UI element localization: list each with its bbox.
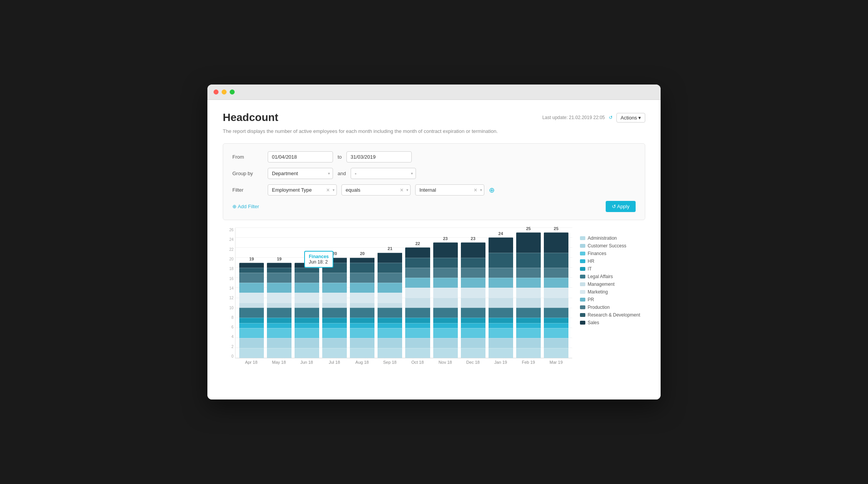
bar-segment xyxy=(544,348,568,358)
bar-segment xyxy=(461,338,485,348)
filter-label: Filter xyxy=(232,187,263,193)
bar-segment xyxy=(295,348,319,358)
bar-segment xyxy=(295,308,319,318)
bar-segment xyxy=(350,323,374,328)
legend-item: Administration xyxy=(580,235,645,241)
bar-segment xyxy=(322,308,347,318)
legend-color-box xyxy=(580,267,585,271)
legend-color-box xyxy=(580,282,585,286)
legend-item: Legal Affairs xyxy=(580,274,645,279)
x-label: Dec 18 xyxy=(461,360,485,365)
filter-field-clear[interactable]: ✕ xyxy=(326,187,330,193)
bar-segment xyxy=(295,303,319,308)
bar-segment xyxy=(378,303,402,308)
legend-color-box xyxy=(580,305,585,309)
bar-segment xyxy=(239,273,264,283)
bar-segment xyxy=(350,318,374,323)
bar-segment xyxy=(295,263,319,268)
group-by-label: Group by xyxy=(232,171,263,176)
y-label-0: 0 xyxy=(223,354,234,358)
bar-segment xyxy=(516,278,541,288)
bar-segment xyxy=(239,268,264,273)
bar-segment xyxy=(433,323,458,328)
bar-group: 19 xyxy=(239,257,264,358)
refresh-icon[interactable]: ↺ xyxy=(609,115,613,120)
bar-segment xyxy=(433,278,458,288)
bar-segment xyxy=(378,283,402,293)
bar-segment xyxy=(322,323,347,328)
bar-total-label: 22 xyxy=(415,241,420,246)
main-window: Headcount Last update: 21.02.2019 22:05 … xyxy=(207,85,661,399)
add-filter-button[interactable]: ⊕ Add Filter xyxy=(232,204,259,209)
legend-item: Production xyxy=(580,305,645,310)
bar-segment xyxy=(433,242,458,257)
bar-group: 23 xyxy=(461,236,485,358)
bar-segment xyxy=(267,283,292,293)
bar-segment xyxy=(295,318,319,323)
y-label-26: 26 xyxy=(223,228,234,232)
bar-segment xyxy=(267,293,292,303)
minimize-icon[interactable] xyxy=(222,90,227,94)
bar-segment xyxy=(378,308,402,318)
bar-segment xyxy=(239,308,264,318)
maximize-icon[interactable] xyxy=(230,90,235,94)
bar-segment xyxy=(433,258,458,268)
legend-label: Administration xyxy=(588,235,617,241)
legend-label: HR xyxy=(588,259,594,264)
filter-value-clear[interactable]: ✕ xyxy=(474,187,477,193)
bar-segment xyxy=(405,348,430,358)
bar-group: 24 xyxy=(489,231,513,358)
bar-segment xyxy=(405,278,430,288)
bar-segment xyxy=(350,338,374,348)
bar-segment xyxy=(267,303,292,308)
bar-segment xyxy=(239,338,264,348)
bar-segment xyxy=(489,338,513,348)
bar-total-label: 19 xyxy=(249,257,254,261)
legend-color-box xyxy=(580,298,585,302)
to-date-input[interactable] xyxy=(346,151,412,162)
bar-segment xyxy=(239,263,264,268)
bar-segment xyxy=(461,268,485,278)
legend-label: Marketing xyxy=(588,289,608,295)
bar-segment xyxy=(295,273,319,283)
filter-op-clear[interactable]: ✕ xyxy=(400,187,404,193)
bar-segment xyxy=(295,323,319,328)
bar-segment xyxy=(544,318,568,323)
close-icon[interactable] xyxy=(214,90,219,94)
apply-button[interactable]: ↺ Apply xyxy=(606,201,636,212)
y-label-22: 22 xyxy=(223,247,234,252)
legend-item: Research & Development xyxy=(580,312,645,318)
x-label: Feb 19 xyxy=(516,360,541,365)
bar-segment xyxy=(544,278,568,288)
bar-segment xyxy=(239,293,264,303)
bar-segment xyxy=(322,348,347,358)
add-filter-icon[interactable]: ⊕ xyxy=(489,186,495,194)
from-date-input[interactable] xyxy=(268,151,333,162)
actions-button[interactable]: Actions ▾ xyxy=(616,113,645,123)
bar-segment xyxy=(239,328,264,338)
legend-item: PR xyxy=(580,297,645,302)
bar-group: 23 xyxy=(433,236,458,358)
bar-segment xyxy=(267,318,292,323)
bar-segment xyxy=(489,268,513,278)
bar-segment xyxy=(405,338,430,348)
apply-area: ⊕ Add Filter ↺ Apply xyxy=(232,201,636,212)
legend-item: HR xyxy=(580,259,645,264)
bar-segment xyxy=(489,278,513,288)
bar-segment xyxy=(378,318,402,323)
bar-segment xyxy=(295,283,319,293)
legend-item: Sales xyxy=(580,320,645,325)
and-select[interactable]: - xyxy=(351,168,416,179)
legend-color-box xyxy=(580,313,585,317)
legend-item: Finances xyxy=(580,251,645,256)
bar-segment xyxy=(378,253,402,263)
filter-form: From to Group by Department and - xyxy=(223,143,645,220)
bar-segment xyxy=(322,338,347,348)
group-by-select[interactable]: Department xyxy=(268,168,333,179)
y-label-16: 16 xyxy=(223,277,234,281)
bar-segment xyxy=(516,328,541,338)
bar-segment xyxy=(516,338,541,348)
bar-segment xyxy=(295,293,319,303)
legend-label: PR xyxy=(588,297,594,302)
bar-segment xyxy=(461,258,485,268)
